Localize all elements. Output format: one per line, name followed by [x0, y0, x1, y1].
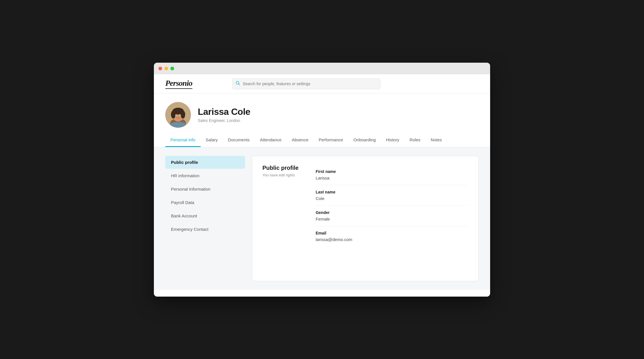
detail-title: Public profile You have edit rights — [262, 165, 299, 246]
profile-name: Larissa Cole — [198, 107, 250, 117]
field-value: Larissa — [316, 176, 468, 180]
minimize-dot[interactable] — [164, 67, 168, 70]
profile-header: Larissa Cole Sales Engineer, London — [154, 93, 490, 133]
fields-column: First nameLarissaLast nameColeGenderFema… — [316, 165, 468, 246]
sidenav-item-public-profile[interactable]: Public profile — [165, 156, 245, 169]
tab-attendance[interactable]: Attendance — [255, 133, 287, 147]
field-value: Female — [316, 217, 468, 221]
field-row: GenderFemale — [316, 206, 468, 226]
tab-onboarding[interactable]: Onboarding — [348, 133, 381, 147]
tab-salary[interactable]: Salary — [201, 133, 223, 147]
svg-point-7 — [171, 111, 176, 119]
main-content: Public profileHR informationPersonal Inf… — [154, 147, 490, 290]
profile-info: Larissa Cole Sales Engineer, London — [198, 107, 250, 123]
section-title: Public profile — [262, 165, 299, 171]
sidenav-item-personal-information[interactable]: Personal Information — [165, 183, 245, 195]
field-row: Last nameCole — [316, 185, 468, 206]
profile-role: Sales Engineer, London — [198, 118, 250, 123]
detail-card: Public profile You have edit rights Firs… — [252, 156, 479, 281]
search-icon — [236, 81, 240, 87]
tab-roles[interactable]: Roles — [404, 133, 425, 147]
field-row: First nameLarissa — [316, 165, 468, 185]
field-label: First name — [316, 169, 468, 174]
search-input[interactable] — [232, 78, 380, 89]
tab-documents[interactable]: Documents — [223, 133, 255, 147]
personio-logo: Personio — [165, 79, 192, 89]
sidenav-item-emergency-contact[interactable]: Emergency Contact — [165, 223, 245, 236]
tab-absence[interactable]: Absence — [287, 133, 313, 147]
tab-personal-info[interactable]: Personal info — [165, 133, 201, 147]
tabs-bar: Personal infoSalaryDocumentsAttendanceAb… — [154, 133, 490, 147]
field-label: Last name — [316, 190, 468, 194]
tab-performance[interactable]: Performance — [313, 133, 348, 147]
edit-rights: You have edit rights — [262, 173, 299, 177]
svg-point-11 — [176, 115, 176, 116]
top-nav: Personio — [154, 74, 490, 93]
browser-content: Personio — [154, 74, 490, 297]
side-nav: Public profileHR informationPersonal Inf… — [165, 156, 245, 281]
field-value: larissa@demo.com — [316, 237, 468, 242]
field-label: Email — [316, 231, 468, 235]
sidenav-item-payroll-data[interactable]: Payroll Data — [165, 196, 245, 209]
svg-point-12 — [180, 115, 180, 116]
field-label: Gender — [316, 210, 468, 215]
svg-point-8 — [181, 111, 185, 119]
field-value: Cole — [316, 196, 468, 201]
sidenav-item-hr-information[interactable]: HR information — [165, 169, 245, 182]
svg-line-1 — [239, 84, 240, 85]
browser-window: Personio — [154, 63, 490, 297]
search-container — [232, 78, 380, 89]
fullscreen-dot[interactable] — [170, 67, 174, 70]
close-dot[interactable] — [158, 67, 162, 70]
avatar — [165, 102, 191, 128]
tab-history[interactable]: History — [381, 133, 405, 147]
sidenav-item-bank-account[interactable]: Bank Account — [165, 209, 245, 222]
tab-notes[interactable]: Notes — [426, 133, 447, 147]
detail-header: Public profile You have edit rights Firs… — [262, 165, 468, 246]
browser-titlebar — [154, 63, 490, 74]
field-row: Emaillarissa@demo.com — [316, 226, 468, 246]
